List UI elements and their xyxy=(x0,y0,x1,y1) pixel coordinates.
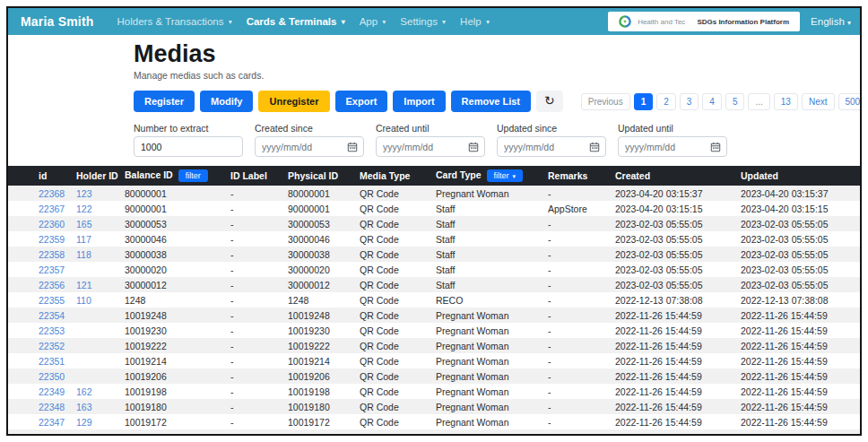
export-button[interactable]: Export xyxy=(335,91,388,112)
nav-item-holders-transactions[interactable]: Holders & Transactions ▾ xyxy=(117,16,232,27)
navbar-brand[interactable]: Maria Smith xyxy=(21,14,94,29)
cell-updated: 2023-02-03 05:55:05 xyxy=(735,247,860,262)
id-link[interactable]: 22348 xyxy=(39,402,65,412)
cell-holder-id xyxy=(71,368,119,384)
id-link[interactable]: 22359 xyxy=(39,234,65,245)
id-link[interactable]: 22353 xyxy=(39,325,65,336)
id-link[interactable]: 22357 xyxy=(39,264,65,275)
unregister-button[interactable]: Unregister xyxy=(258,91,329,112)
cell-balance-id: 10019222 xyxy=(119,338,225,353)
holder-id-link[interactable]: 165 xyxy=(76,219,92,230)
card-type-filter-button[interactable]: filter ▾ xyxy=(487,169,523,182)
holder-id-link[interactable]: 162 xyxy=(76,386,92,397)
holder-id-link[interactable]: 110 xyxy=(76,295,91,306)
cell-id: 22347 xyxy=(8,414,71,429)
id-link[interactable]: 22360 xyxy=(39,219,65,230)
cell-balance-id: 10019198 xyxy=(119,384,225,399)
cell-id-label: - xyxy=(225,216,282,231)
cell-balance-id: 30000038 xyxy=(119,247,225,262)
calendar-icon[interactable] xyxy=(347,142,358,152)
number-to-extract-input-box xyxy=(134,136,243,157)
cell-media-type: QR Code xyxy=(354,368,430,384)
id-link[interactable]: 22350 xyxy=(39,371,65,382)
id-link[interactable]: 22349 xyxy=(39,386,65,397)
table-body: 2236812380000001-80000001QR CodePregnant… xyxy=(8,186,860,436)
cell-media-type: QR Code xyxy=(354,186,430,201)
id-link[interactable]: 22352 xyxy=(39,341,65,351)
cell-updated: 2022-12-13 07:38:08 xyxy=(735,292,860,308)
holder-id-link[interactable]: 123 xyxy=(76,188,92,199)
id-link[interactable]: 22347 xyxy=(39,417,65,428)
id-link[interactable]: 22355 xyxy=(39,295,65,306)
remove-list-button[interactable]: Remove List xyxy=(451,91,531,112)
id-link[interactable]: 22356 xyxy=(39,280,65,290)
page-previous[interactable]: Previous xyxy=(581,93,630,110)
page-4[interactable]: 4 xyxy=(702,93,722,110)
cell-updated: 2023-02-03 05:55:05 xyxy=(735,262,860,277)
filters-row: Number to extractCreated sinceCreated un… xyxy=(134,123,797,157)
refresh-button[interactable]: ↻ xyxy=(536,91,563,112)
holder-id-link[interactable]: 118 xyxy=(76,249,91,260)
cell-media-type: QR Code xyxy=(354,201,430,216)
holder-id-link[interactable]: 128 xyxy=(76,432,92,437)
id-link[interactable]: 22358 xyxy=(39,249,65,260)
cell-created: 2022-11-26 15:44:59 xyxy=(610,399,735,414)
cell-physical-id: 1248 xyxy=(282,292,354,308)
table-row: 2235811830000038-30000038QR CodeStaff-20… xyxy=(8,247,860,262)
table-row: 2236812380000001-80000001QR CodePregnant… xyxy=(8,186,860,201)
cell-created: 2023-02-03 05:55:05 xyxy=(610,247,735,262)
id-link[interactable]: 22367 xyxy=(39,204,65,214)
chevron-down-icon: ▾ xyxy=(511,173,516,179)
page-2[interactable]: 2 xyxy=(656,93,676,110)
holder-id-link[interactable]: 163 xyxy=(76,402,92,412)
cell-id-label: - xyxy=(225,186,282,201)
nav-item-settings[interactable]: Settings ▾ xyxy=(400,16,446,27)
balance-id-filter-button[interactable]: filter xyxy=(178,169,208,182)
cell-remarks: - xyxy=(542,384,610,399)
id-link[interactable]: 22368 xyxy=(39,188,65,199)
modify-button[interactable]: Modify xyxy=(200,91,253,112)
cell-id: 22351 xyxy=(8,353,71,368)
filter-field-number-to-extract: Number to extract xyxy=(134,123,243,157)
import-button[interactable]: Import xyxy=(393,91,445,112)
cell-created: 2023-02-03 05:55:05 xyxy=(610,262,735,277)
page-size-select[interactable]: 500/page xyxy=(838,93,863,110)
page-3[interactable]: 3 xyxy=(680,93,699,110)
holder-id-link[interactable]: 117 xyxy=(76,234,91,245)
cell-balance-id: 10019164 xyxy=(119,429,225,436)
calendar-icon[interactable] xyxy=(468,142,479,152)
cell-id-label: - xyxy=(225,247,282,262)
cell-id-label: - xyxy=(225,338,282,353)
table-row: 2235911730000046-30000046QR CodeStaff-20… xyxy=(8,231,860,247)
language-dropdown[interactable]: English ▾ xyxy=(811,16,851,27)
cell-card-type: Pregnant Woman xyxy=(430,353,542,368)
calendar-icon[interactable] xyxy=(589,142,600,152)
holder-id-link[interactable]: 122 xyxy=(76,204,92,214)
page-5[interactable]: 5 xyxy=(725,93,745,110)
id-link[interactable]: 22351 xyxy=(39,356,65,367)
calendar-icon[interactable] xyxy=(710,142,721,152)
page-1[interactable]: 1 xyxy=(634,93,654,110)
cell-balance-id: 80000001 xyxy=(119,186,225,201)
holder-id-link[interactable]: 121 xyxy=(76,280,92,290)
page-13[interactable]: 13 xyxy=(774,93,798,110)
table-row: 2234612810019164-10019164QR CodePregnant… xyxy=(8,429,860,436)
nav-item-app[interactable]: App ▾ xyxy=(360,16,386,27)
id-link[interactable]: 22346 xyxy=(39,432,65,437)
cell-physical-id: 10019222 xyxy=(282,338,354,353)
cell-balance-id: 30000046 xyxy=(119,231,225,247)
cell-media-type: QR Code xyxy=(354,308,430,323)
id-link[interactable]: 22354 xyxy=(39,310,65,321)
nav-item-help[interactable]: Help ▾ xyxy=(460,16,490,27)
number-to-extract-input[interactable] xyxy=(135,137,242,156)
cell-remarks: - xyxy=(542,414,610,429)
cell-holder-id: 122 xyxy=(71,201,119,216)
cell-balance-id: 10019180 xyxy=(119,399,225,414)
cell-card-type: Pregnant Woman xyxy=(430,368,542,384)
nav-item-cards-terminals[interactable]: Cards & Terminals ▾ xyxy=(247,16,345,27)
holder-id-link[interactable]: 129 xyxy=(76,417,92,428)
cell-id-label: - xyxy=(225,323,282,338)
nav-menu: Holders & Transactions ▾Cards & Terminal… xyxy=(117,16,596,27)
register-button[interactable]: Register xyxy=(134,91,195,112)
page-next[interactable]: Next xyxy=(802,93,835,110)
